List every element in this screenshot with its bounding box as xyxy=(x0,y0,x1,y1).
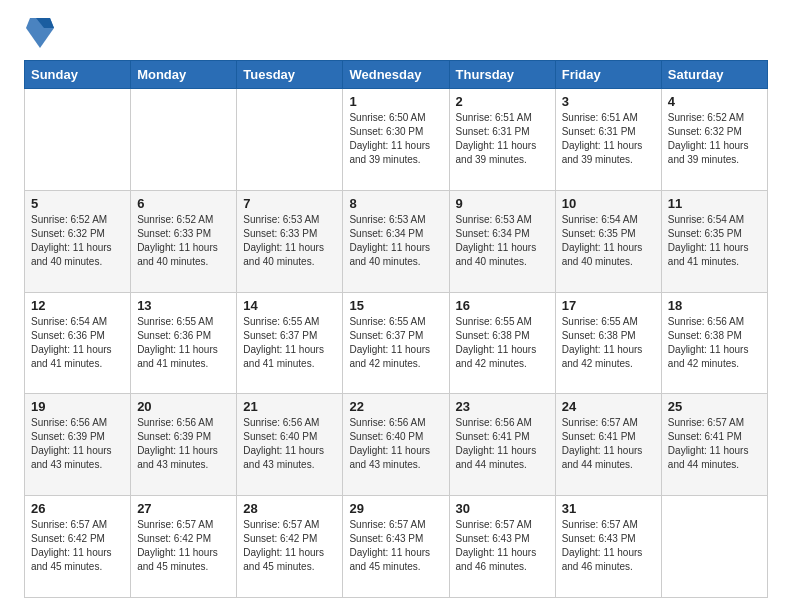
header xyxy=(24,18,768,50)
day-info: Sunrise: 6:51 AMSunset: 6:31 PMDaylight:… xyxy=(456,111,549,167)
calendar-cell xyxy=(237,89,343,191)
calendar-cell: 6Sunrise: 6:52 AMSunset: 6:33 PMDaylight… xyxy=(131,190,237,292)
calendar-week-row: 19Sunrise: 6:56 AMSunset: 6:39 PMDayligh… xyxy=(25,394,768,496)
day-number: 13 xyxy=(137,298,230,313)
day-info: Sunrise: 6:53 AMSunset: 6:34 PMDaylight:… xyxy=(349,213,442,269)
day-info: Sunrise: 6:56 AMSunset: 6:38 PMDaylight:… xyxy=(668,315,761,371)
calendar-week-row: 12Sunrise: 6:54 AMSunset: 6:36 PMDayligh… xyxy=(25,292,768,394)
calendar-cell: 27Sunrise: 6:57 AMSunset: 6:42 PMDayligh… xyxy=(131,496,237,598)
day-number: 27 xyxy=(137,501,230,516)
calendar-cell: 9Sunrise: 6:53 AMSunset: 6:34 PMDaylight… xyxy=(449,190,555,292)
day-number: 26 xyxy=(31,501,124,516)
calendar-cell: 5Sunrise: 6:52 AMSunset: 6:32 PMDaylight… xyxy=(25,190,131,292)
calendar-header-saturday: Saturday xyxy=(661,61,767,89)
calendar-cell xyxy=(25,89,131,191)
day-number: 21 xyxy=(243,399,336,414)
calendar-cell: 16Sunrise: 6:55 AMSunset: 6:38 PMDayligh… xyxy=(449,292,555,394)
day-info: Sunrise: 6:57 AMSunset: 6:42 PMDaylight:… xyxy=(137,518,230,574)
day-number: 3 xyxy=(562,94,655,109)
day-number: 18 xyxy=(668,298,761,313)
calendar-cell: 7Sunrise: 6:53 AMSunset: 6:33 PMDaylight… xyxy=(237,190,343,292)
day-info: Sunrise: 6:54 AMSunset: 6:36 PMDaylight:… xyxy=(31,315,124,371)
calendar-week-row: 1Sunrise: 6:50 AMSunset: 6:30 PMDaylight… xyxy=(25,89,768,191)
day-info: Sunrise: 6:57 AMSunset: 6:43 PMDaylight:… xyxy=(456,518,549,574)
day-number: 25 xyxy=(668,399,761,414)
day-number: 7 xyxy=(243,196,336,211)
day-info: Sunrise: 6:53 AMSunset: 6:34 PMDaylight:… xyxy=(456,213,549,269)
day-info: Sunrise: 6:57 AMSunset: 6:43 PMDaylight:… xyxy=(562,518,655,574)
day-number: 19 xyxy=(31,399,124,414)
day-number: 16 xyxy=(456,298,549,313)
calendar-cell: 11Sunrise: 6:54 AMSunset: 6:35 PMDayligh… xyxy=(661,190,767,292)
calendar-header-tuesday: Tuesday xyxy=(237,61,343,89)
day-info: Sunrise: 6:56 AMSunset: 6:41 PMDaylight:… xyxy=(456,416,549,472)
day-info: Sunrise: 6:52 AMSunset: 6:32 PMDaylight:… xyxy=(668,111,761,167)
day-info: Sunrise: 6:54 AMSunset: 6:35 PMDaylight:… xyxy=(668,213,761,269)
day-info: Sunrise: 6:55 AMSunset: 6:38 PMDaylight:… xyxy=(456,315,549,371)
calendar-table: SundayMondayTuesdayWednesdayThursdayFrid… xyxy=(24,60,768,598)
calendar-cell: 19Sunrise: 6:56 AMSunset: 6:39 PMDayligh… xyxy=(25,394,131,496)
calendar-cell: 8Sunrise: 6:53 AMSunset: 6:34 PMDaylight… xyxy=(343,190,449,292)
day-info: Sunrise: 6:52 AMSunset: 6:32 PMDaylight:… xyxy=(31,213,124,269)
calendar-cell xyxy=(131,89,237,191)
day-info: Sunrise: 6:55 AMSunset: 6:36 PMDaylight:… xyxy=(137,315,230,371)
calendar-cell: 14Sunrise: 6:55 AMSunset: 6:37 PMDayligh… xyxy=(237,292,343,394)
calendar-header-wednesday: Wednesday xyxy=(343,61,449,89)
day-info: Sunrise: 6:50 AMSunset: 6:30 PMDaylight:… xyxy=(349,111,442,167)
day-number: 8 xyxy=(349,196,442,211)
day-info: Sunrise: 6:53 AMSunset: 6:33 PMDaylight:… xyxy=(243,213,336,269)
day-info: Sunrise: 6:57 AMSunset: 6:42 PMDaylight:… xyxy=(31,518,124,574)
day-info: Sunrise: 6:57 AMSunset: 6:43 PMDaylight:… xyxy=(349,518,442,574)
day-number: 12 xyxy=(31,298,124,313)
day-info: Sunrise: 6:52 AMSunset: 6:33 PMDaylight:… xyxy=(137,213,230,269)
day-number: 30 xyxy=(456,501,549,516)
calendar-cell: 18Sunrise: 6:56 AMSunset: 6:38 PMDayligh… xyxy=(661,292,767,394)
calendar-cell: 28Sunrise: 6:57 AMSunset: 6:42 PMDayligh… xyxy=(237,496,343,598)
day-info: Sunrise: 6:56 AMSunset: 6:39 PMDaylight:… xyxy=(31,416,124,472)
day-info: Sunrise: 6:55 AMSunset: 6:38 PMDaylight:… xyxy=(562,315,655,371)
calendar-cell: 31Sunrise: 6:57 AMSunset: 6:43 PMDayligh… xyxy=(555,496,661,598)
day-number: 9 xyxy=(456,196,549,211)
calendar-cell: 10Sunrise: 6:54 AMSunset: 6:35 PMDayligh… xyxy=(555,190,661,292)
calendar-cell: 13Sunrise: 6:55 AMSunset: 6:36 PMDayligh… xyxy=(131,292,237,394)
calendar-header-thursday: Thursday xyxy=(449,61,555,89)
day-info: Sunrise: 6:56 AMSunset: 6:40 PMDaylight:… xyxy=(349,416,442,472)
day-number: 5 xyxy=(31,196,124,211)
calendar-cell: 25Sunrise: 6:57 AMSunset: 6:41 PMDayligh… xyxy=(661,394,767,496)
day-info: Sunrise: 6:55 AMSunset: 6:37 PMDaylight:… xyxy=(243,315,336,371)
day-number: 15 xyxy=(349,298,442,313)
day-info: Sunrise: 6:55 AMSunset: 6:37 PMDaylight:… xyxy=(349,315,442,371)
logo xyxy=(24,18,54,50)
calendar-header-monday: Monday xyxy=(131,61,237,89)
day-number: 2 xyxy=(456,94,549,109)
day-number: 23 xyxy=(456,399,549,414)
calendar-cell xyxy=(661,496,767,598)
calendar-cell: 4Sunrise: 6:52 AMSunset: 6:32 PMDaylight… xyxy=(661,89,767,191)
day-number: 17 xyxy=(562,298,655,313)
day-info: Sunrise: 6:56 AMSunset: 6:39 PMDaylight:… xyxy=(137,416,230,472)
day-info: Sunrise: 6:56 AMSunset: 6:40 PMDaylight:… xyxy=(243,416,336,472)
day-number: 6 xyxy=(137,196,230,211)
page: SundayMondayTuesdayWednesdayThursdayFrid… xyxy=(0,0,792,612)
day-number: 24 xyxy=(562,399,655,414)
day-number: 14 xyxy=(243,298,336,313)
calendar-cell: 24Sunrise: 6:57 AMSunset: 6:41 PMDayligh… xyxy=(555,394,661,496)
day-info: Sunrise: 6:57 AMSunset: 6:41 PMDaylight:… xyxy=(562,416,655,472)
day-number: 4 xyxy=(668,94,761,109)
calendar-cell: 29Sunrise: 6:57 AMSunset: 6:43 PMDayligh… xyxy=(343,496,449,598)
calendar-cell: 3Sunrise: 6:51 AMSunset: 6:31 PMDaylight… xyxy=(555,89,661,191)
calendar-header-friday: Friday xyxy=(555,61,661,89)
day-number: 11 xyxy=(668,196,761,211)
calendar-week-row: 26Sunrise: 6:57 AMSunset: 6:42 PMDayligh… xyxy=(25,496,768,598)
calendar-header-row: SundayMondayTuesdayWednesdayThursdayFrid… xyxy=(25,61,768,89)
calendar-cell: 1Sunrise: 6:50 AMSunset: 6:30 PMDaylight… xyxy=(343,89,449,191)
day-info: Sunrise: 6:51 AMSunset: 6:31 PMDaylight:… xyxy=(562,111,655,167)
day-number: 29 xyxy=(349,501,442,516)
calendar-cell: 22Sunrise: 6:56 AMSunset: 6:40 PMDayligh… xyxy=(343,394,449,496)
calendar-week-row: 5Sunrise: 6:52 AMSunset: 6:32 PMDaylight… xyxy=(25,190,768,292)
calendar-body: 1Sunrise: 6:50 AMSunset: 6:30 PMDaylight… xyxy=(25,89,768,598)
day-number: 10 xyxy=(562,196,655,211)
calendar-header-sunday: Sunday xyxy=(25,61,131,89)
calendar-cell: 17Sunrise: 6:55 AMSunset: 6:38 PMDayligh… xyxy=(555,292,661,394)
day-info: Sunrise: 6:57 AMSunset: 6:42 PMDaylight:… xyxy=(243,518,336,574)
